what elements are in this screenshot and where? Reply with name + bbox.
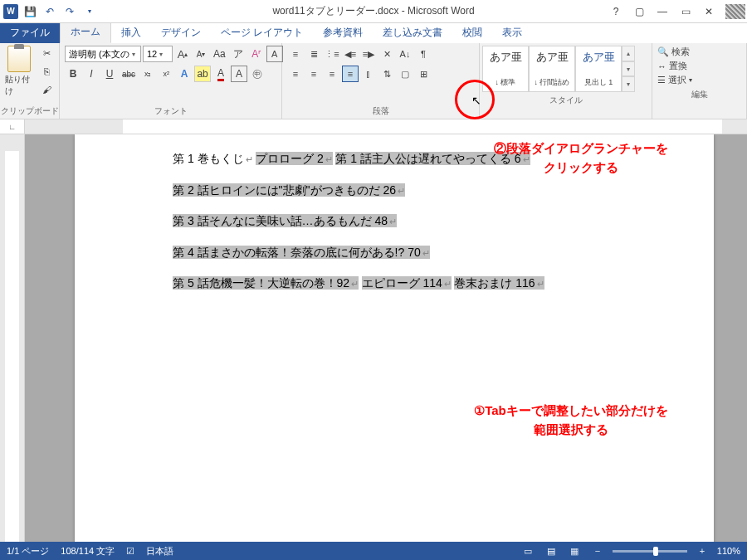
replace-button[interactable]: ↔置換 xyxy=(657,60,741,72)
app-icon: W xyxy=(3,4,18,19)
zoom-slider[interactable] xyxy=(613,550,687,553)
doc-line: 第 3 話そんなに美味い話…あるもんだ 48 xyxy=(173,214,397,227)
ribbon-tabs: ファイル ホーム 挿入 デザイン ページ レイアウト 参考資料 差し込み文書 校… xyxy=(0,23,747,43)
zoom-out[interactable]: − xyxy=(589,544,606,558)
copy-icon[interactable]: ⎘ xyxy=(39,64,54,79)
superscript-button[interactable]: x² xyxy=(158,66,174,82)
clipboard-group-label: クリップボード xyxy=(0,105,59,119)
char-shading[interactable]: A xyxy=(231,66,247,82)
view-web[interactable]: ▦ xyxy=(566,544,583,558)
bullets-button[interactable]: ≡ xyxy=(287,46,304,62)
font-size-combo[interactable]: 12▾ xyxy=(143,46,173,62)
char-border[interactable]: A xyxy=(266,46,283,62)
search-icon: 🔍 xyxy=(657,46,669,57)
styles-scroll-up[interactable]: ▴ xyxy=(622,46,635,61)
distribute[interactable]: ⫿ xyxy=(360,66,377,82)
clear-format[interactable]: Aʳ xyxy=(248,46,265,62)
editing-group-label: 編集 xyxy=(652,89,746,102)
paste-icon[interactable] xyxy=(7,46,31,72)
qat-redo[interactable]: ↷ xyxy=(61,3,78,20)
strike-button[interactable]: abc xyxy=(120,66,138,82)
tab-home[interactable]: ホーム xyxy=(60,21,111,43)
styles-expand[interactable]: ▾ xyxy=(622,76,635,92)
zoom-in[interactable]: + xyxy=(694,544,710,558)
cut-icon[interactable]: ✂ xyxy=(39,46,54,61)
line-spacing[interactable]: ⇅ xyxy=(378,66,395,82)
doc-line: 巻末おまけ 116 xyxy=(454,276,544,290)
tab-view[interactable]: 表示 xyxy=(492,22,532,43)
select-icon: ☰ xyxy=(657,75,666,85)
status-words[interactable]: 108/114 文字 xyxy=(61,545,115,558)
doc-line: 第 4 話まさかの転落！奈落の底に何がある!? 70 xyxy=(173,246,430,259)
asian-layout[interactable]: ✕ xyxy=(378,46,395,62)
close-button[interactable]: ✕ xyxy=(697,3,720,20)
doc-line: プロローグ 2 xyxy=(256,152,333,165)
page: 第 1 巻もくじ プロローグ 2 第 1 話主人公は遅れてやってくる 6 第 2… xyxy=(75,134,714,542)
style-normal[interactable]: あア亜 ↓ 標準 xyxy=(482,46,529,92)
shrink-font[interactable]: A▾ xyxy=(193,46,209,62)
bold-button[interactable]: B xyxy=(65,66,81,82)
change-case[interactable]: Aa xyxy=(211,46,228,62)
cursor-icon: ↖ xyxy=(471,94,481,107)
status-proof-icon[interactable]: ☑ xyxy=(126,546,134,557)
tab-selector[interactable]: ∟ xyxy=(0,119,25,134)
annotation-2: ②段落ダイアログランチャーを クリックする xyxy=(440,139,722,177)
view-print[interactable]: ▤ xyxy=(543,544,559,558)
align-left[interactable]: ≡ xyxy=(287,66,304,82)
underline-button[interactable]: U xyxy=(101,66,118,82)
qat-save[interactable]: 💾 xyxy=(22,3,38,20)
borders-button[interactable]: ⊞ xyxy=(415,66,432,82)
tab-insert[interactable]: 挿入 xyxy=(111,22,151,43)
increase-indent[interactable]: ≡▶ xyxy=(360,46,377,62)
grow-font[interactable]: A▴ xyxy=(174,46,191,62)
enclose-char[interactable]: ㊥ xyxy=(249,66,266,82)
tab-design[interactable]: デザイン xyxy=(151,22,211,43)
document-viewport[interactable]: 第 1 巻もくじ プロローグ 2 第 1 話主人公は遅れてやってくる 6 第 2… xyxy=(25,134,747,542)
status-page[interactable]: 1/1 ページ xyxy=(7,545,49,558)
account-icon[interactable] xyxy=(725,4,745,19)
decrease-indent[interactable]: ◀≡ xyxy=(342,46,359,62)
style-heading1[interactable]: あア亜 見出し 1 xyxy=(575,46,622,92)
font-family-combo[interactable]: 游明朝 (本文の▾ xyxy=(65,46,141,62)
shading-button[interactable]: ▢ xyxy=(397,66,413,82)
paragraph-group-label: 段落 xyxy=(282,105,479,119)
window-title: word11タブとリーダー.docx - Microsoft Word xyxy=(272,4,474,18)
highlight-button[interactable]: ab xyxy=(194,66,211,82)
format-painter-icon[interactable]: 🖌 xyxy=(39,82,54,97)
annotation-1: ①Tabキーで調整したい部分だけを 範囲選択する xyxy=(438,402,704,439)
subscript-button[interactable]: x₂ xyxy=(139,66,156,82)
ruler-horizontal[interactable]: ∟ xyxy=(0,119,747,134)
maximize-button[interactable]: ▭ xyxy=(674,3,697,20)
ruby-icon[interactable]: ア xyxy=(230,46,247,62)
help-button[interactable]: ? xyxy=(604,3,627,20)
align-center[interactable]: ≡ xyxy=(305,66,322,82)
numbering-button[interactable]: ≣ xyxy=(305,46,322,62)
tab-file[interactable]: ファイル xyxy=(0,22,60,43)
font-color[interactable]: A xyxy=(212,66,229,82)
view-read[interactable]: ▭ xyxy=(520,544,536,558)
tab-layout[interactable]: ページ レイアウト xyxy=(211,22,313,43)
show-marks[interactable]: ¶ xyxy=(415,46,432,62)
ribbon-toggle[interactable]: ▢ xyxy=(627,3,651,20)
tab-mailings[interactable]: 差し込み文書 xyxy=(373,22,452,43)
sort-button[interactable]: A↓ xyxy=(397,46,413,62)
multilevel-button[interactable]: ⋮≡ xyxy=(324,46,340,62)
paste-label[interactable]: 貼り付け xyxy=(5,74,32,97)
align-right[interactable]: ≡ xyxy=(324,66,340,82)
style-nospacing[interactable]: あア亜 ↓ 行間詰め xyxy=(529,46,575,92)
align-justify[interactable]: ≡ xyxy=(342,66,359,82)
find-button[interactable]: 🔍検索 xyxy=(657,46,741,58)
qat-customize[interactable]: ▾ xyxy=(81,3,98,20)
qat-undo[interactable]: ↶ xyxy=(42,3,58,20)
minimize-button[interactable]: — xyxy=(651,3,674,20)
select-button[interactable]: ☰選択▾ xyxy=(657,74,741,86)
tab-references[interactable]: 参考資料 xyxy=(313,22,373,43)
status-language[interactable]: 日本語 xyxy=(146,545,173,558)
text-effect[interactable]: A xyxy=(176,66,193,82)
ruler-vertical[interactable] xyxy=(0,134,25,542)
status-bar: 1/1 ページ 108/114 文字 ☑ 日本語 ▭ ▤ ▦ − + 110% xyxy=(0,542,747,560)
tab-review[interactable]: 校閲 xyxy=(452,22,492,43)
styles-scroll-down[interactable]: ▾ xyxy=(622,61,635,77)
zoom-level[interactable]: 110% xyxy=(717,546,740,556)
italic-button[interactable]: I xyxy=(83,66,100,82)
